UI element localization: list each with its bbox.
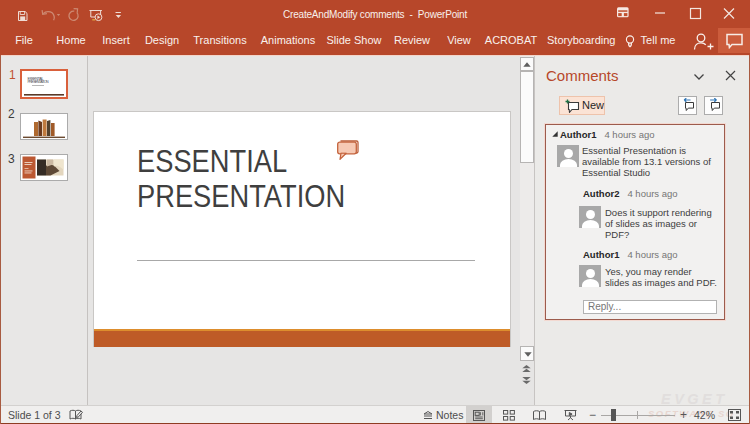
svg-text:PRESENTATION: PRESENTATION — [28, 80, 49, 84]
